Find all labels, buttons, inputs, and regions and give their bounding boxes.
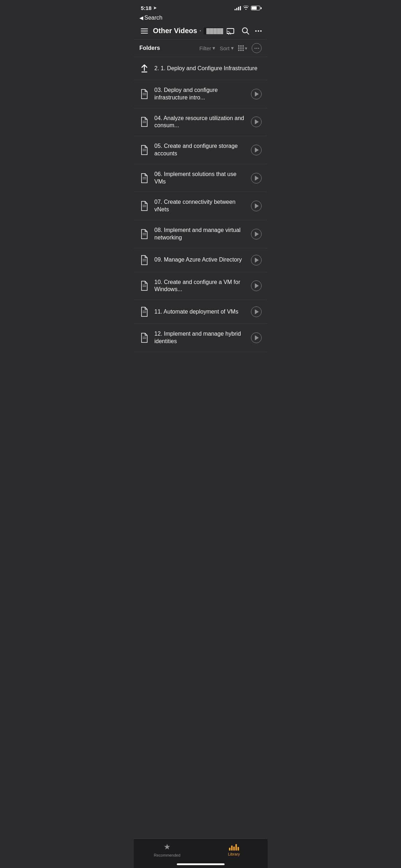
grid-icon <box>238 45 244 51</box>
item-title: 06. Implement solutions that use VMs <box>154 171 246 186</box>
status-bar: 5:18 ➤ <box>134 0 267 13</box>
item-icon <box>139 117 149 127</box>
item-title: 08. Implement and manage virtual network… <box>154 227 246 242</box>
play-button[interactable] <box>251 306 262 317</box>
play-button[interactable] <box>251 89 262 99</box>
signal-bars-icon <box>235 6 241 10</box>
hamburger-menu-icon[interactable] <box>139 27 149 35</box>
list-item[interactable]: 04. Analyze resource utilization and con… <box>134 108 267 136</box>
play-button[interactable] <box>251 280 262 291</box>
play-button[interactable] <box>251 255 262 265</box>
list-item[interactable]: 11. Automate deployment of VMs <box>134 300 267 324</box>
header-actions <box>227 27 262 35</box>
status-icons <box>235 5 260 11</box>
page-title: Other Videos · ████████ <box>153 27 223 35</box>
svg-line-3 <box>247 32 249 34</box>
list-item[interactable]: 2. 1. Deploy and Configure Infrastructur… <box>134 57 267 80</box>
play-button[interactable] <box>251 145 262 155</box>
file-icon <box>140 201 148 211</box>
back-button[interactable]: ◀ Search <box>139 15 262 21</box>
file-icon <box>140 333 148 343</box>
item-icon <box>139 255 149 265</box>
item-title: 12. Implement and manage hybrid identiti… <box>154 330 246 345</box>
folder-icon <box>139 63 149 73</box>
item-icon <box>139 307 149 317</box>
item-icon <box>139 63 149 73</box>
file-icon <box>140 307 148 317</box>
search-icon[interactable] <box>242 27 250 35</box>
item-title: 07. Create connectivity between vNets <box>154 198 246 213</box>
play-button[interactable] <box>251 201 262 211</box>
list-item[interactable]: 07. Create connectivity between vNets <box>134 192 267 220</box>
item-title: 11. Automate deployment of VMs <box>154 308 246 316</box>
list-item[interactable]: 09. Manage Azure Active Directory <box>134 248 267 272</box>
file-icon <box>140 173 148 183</box>
filter-button[interactable]: Filter ▾ <box>199 45 215 51</box>
app-header: Other Videos · ████████ <box>134 24 267 39</box>
video-list: 2. 1. Deploy and Configure Infrastructur… <box>134 57 267 352</box>
item-icon <box>139 201 149 211</box>
play-button[interactable] <box>251 229 262 239</box>
toolbar-actions: Filter ▾ Sort ▾ ▾ <box>199 43 262 53</box>
item-title: 04. Analyze resource utilization and con… <box>154 115 246 130</box>
file-icon <box>140 89 148 99</box>
file-icon <box>140 117 148 127</box>
back-label: Search <box>144 15 163 21</box>
list-item[interactable]: 06. Implement solutions that use VMs <box>134 164 267 192</box>
item-icon <box>139 281 149 291</box>
list-item[interactable]: 03. Deploy and configure infrastructure … <box>134 80 267 108</box>
item-icon <box>139 229 149 239</box>
play-button[interactable] <box>251 173 262 184</box>
list-item[interactable]: 12. Implement and manage hybrid identiti… <box>134 324 267 352</box>
item-icon <box>139 333 149 343</box>
folders-label: Folders <box>139 45 199 51</box>
item-title: 05. Create and configure storage account… <box>154 143 246 157</box>
content-list: 2. 1. Deploy and Configure Infrastructur… <box>134 57 267 388</box>
toolbar: Folders Filter ▾ Sort ▾ ▾ <box>134 40 267 57</box>
cast-icon[interactable] <box>227 27 236 35</box>
back-nav: ◀ Search <box>134 13 267 24</box>
list-item[interactable]: 08. Implement and manage virtual network… <box>134 220 267 248</box>
item-icon <box>139 89 149 99</box>
item-title: 03. Deploy and configure infrastructure … <box>154 87 246 102</box>
play-button[interactable] <box>251 332 262 343</box>
more-icon[interactable] <box>255 30 262 32</box>
context-menu-button[interactable] <box>252 43 262 53</box>
file-icon <box>140 229 148 239</box>
item-title: 09. Manage Azure Active Directory <box>154 256 246 264</box>
play-button[interactable] <box>251 117 262 127</box>
time-display: 5:18 <box>141 5 151 11</box>
back-arrow-icon: ◀ <box>139 15 143 21</box>
item-icon <box>139 145 149 155</box>
battery-icon <box>251 6 260 10</box>
grid-view-button[interactable]: ▾ <box>238 45 247 51</box>
file-icon <box>140 255 148 265</box>
file-icon <box>140 281 148 291</box>
item-title: 2. 1. Deploy and Configure Infrastructur… <box>154 65 262 72</box>
wifi-icon <box>243 5 249 11</box>
list-item[interactable]: 05. Create and configure storage account… <box>134 136 267 164</box>
sort-button[interactable]: Sort ▾ <box>220 45 234 51</box>
item-title: 10. Create and configure a VM for Window… <box>154 279 246 294</box>
status-time: 5:18 ➤ <box>141 5 156 11</box>
list-item[interactable]: 10. Create and configure a VM for Window… <box>134 272 267 300</box>
title-badge: ████████ <box>204 27 223 35</box>
location-arrow-icon: ➤ <box>153 6 156 10</box>
file-icon <box>140 145 148 155</box>
item-icon <box>139 173 149 183</box>
